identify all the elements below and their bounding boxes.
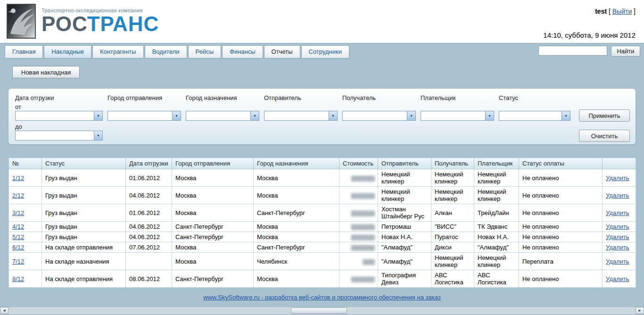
col-header-payer: Плательщик	[474, 158, 519, 169]
invoice-link[interactable]: 4/12	[12, 223, 24, 230]
tab-nakladnye[interactable]: Накладные	[44, 45, 91, 58]
user-line: test [ Выйти ]	[543, 8, 636, 15]
filter-receiver-select[interactable]: ▼	[342, 111, 416, 121]
invoice-link[interactable]: 2/12	[12, 192, 24, 199]
filter-date-to-select[interactable]: ▼	[15, 131, 103, 141]
horizontal-scrollbar[interactable]: ◄ ►	[0, 307, 644, 314]
filter-destination-select[interactable]: ▼	[186, 111, 259, 121]
delete-link[interactable]: Удалить	[606, 275, 629, 282]
cell-payer: ТрейдЛайн	[474, 204, 519, 222]
table-row: 7/12 На складе назначения Москва Челябин…	[9, 253, 636, 270]
cell-payment-status: Переплата	[519, 253, 603, 270]
cell-payer: Немецкий клинкер	[474, 253, 519, 270]
filter-status-select[interactable]: ▼	[499, 111, 570, 121]
col-header-ship-date: Дата отгрузки	[126, 158, 172, 169]
delete-link[interactable]: Удалить	[606, 209, 629, 216]
invoice-link[interactable]: 6/12	[12, 244, 24, 251]
table-header-row: № Статус Дата отгрузки Город отправления…	[9, 158, 636, 169]
cell-date: 07.06.2012	[126, 242, 172, 253]
invoice-link[interactable]: 8/12	[12, 275, 24, 282]
apply-filter-button[interactable]: Применить	[579, 109, 630, 122]
delete-link[interactable]: Удалить	[606, 258, 629, 265]
tab-reysy[interactable]: Рейсы	[188, 45, 221, 58]
col-header-cost: Стоимость	[339, 158, 378, 169]
table-row: 4/12 Груз выдан 04.06.2012 Санкт-Петербу…	[9, 222, 636, 232]
invoice-link[interactable]: 1/12	[12, 174, 24, 182]
cell-status: Груз выдан	[42, 222, 126, 232]
table-row: 5/12 Груз выдан 04.06.2012 Санкт-Петербу…	[9, 232, 636, 242]
clear-filter-button[interactable]: Очистить	[579, 130, 630, 142]
filter-destination-label: Город назначения	[186, 94, 259, 103]
tab-sotrudniki[interactable]: Сотрудники	[301, 45, 349, 58]
col-header-destination: Город назначения	[254, 158, 339, 169]
cell-payment-status: Не оплачено	[519, 242, 603, 253]
dropdown-arrow-icon: ▼	[485, 111, 494, 120]
footer: www.SkySoftware.ru - разработка веб-сайт…	[0, 294, 644, 301]
filter-col-sender: Отправитель ▼	[264, 94, 338, 144]
dropdown-arrow-icon: ▼	[94, 131, 102, 140]
cell-origin: Москва	[172, 187, 254, 204]
cell-origin: Москва	[172, 204, 254, 222]
cell-destination: Санкт-Петербург	[254, 242, 339, 253]
search-input[interactable]	[538, 46, 607, 56]
tab-finansy[interactable]: Финансы	[222, 45, 263, 58]
filter-origin-label: Город отправления	[107, 94, 181, 103]
invoice-link[interactable]: 5/12	[12, 233, 24, 240]
logout-link[interactable]: Выйти	[612, 8, 632, 15]
filter-sender-select[interactable]: ▼	[264, 111, 338, 121]
cell-destination: Челябинск	[254, 253, 339, 270]
col-header-number: №	[9, 158, 42, 169]
cell-date: 01.06.2012	[126, 204, 172, 222]
filter-payer-label: Плательщик	[421, 94, 494, 103]
delete-link[interactable]: Удалить	[606, 192, 629, 199]
skysoftware-link[interactable]: www.SkySoftware.ru - разработка веб-сайт…	[203, 294, 440, 301]
invoice-link[interactable]: 3/12	[12, 209, 24, 216]
col-header-sender: Отправитель	[378, 158, 431, 169]
cell-origin: Москва	[172, 242, 254, 253]
delete-link[interactable]: Удалить	[606, 223, 629, 230]
cell-payment-status: Не оплачено	[519, 169, 603, 187]
user-area: test [ Выйти ] 14:10, суббота, 9 июня 20…	[543, 4, 636, 43]
logo-text: Транспортно-экспедиционная компания РОСТ…	[41, 4, 159, 43]
cell-destination: Москва	[254, 270, 339, 288]
table-row: 3/12 Груз выдан 01.06.2012 Москва Санкт-…	[9, 204, 636, 222]
delete-link[interactable]: Удалить	[606, 174, 629, 182]
cell-payment-status: Не оплачено	[519, 232, 603, 242]
filter-date-from-select[interactable]: ▼	[15, 111, 103, 121]
filter-payer-select[interactable]: ▼	[421, 111, 494, 121]
new-invoice-button[interactable]: Новая накладная	[12, 66, 80, 78]
cell-payer: Немецкий клинкер	[474, 169, 519, 187]
delete-link[interactable]: Удалить	[606, 244, 629, 251]
tab-glavnaya[interactable]: Главная	[5, 45, 43, 58]
cell-sender: Новах Н.А.	[378, 232, 431, 242]
cell-payment-status: Не оплачено	[519, 204, 603, 222]
cell-cost: ▇▇▇▇▇▇	[339, 270, 378, 288]
cell-payment-status: Не оплачено	[519, 270, 603, 288]
cell-payer: АВС Логистика	[474, 270, 519, 288]
filter-col-date: Дата отгрузки от ▼ до ▼	[15, 94, 103, 144]
tabs: Главная Накладные Контрагенты Водители Р…	[5, 45, 349, 58]
cell-date: 08.06.2012	[126, 270, 172, 288]
filter-origin-select[interactable]: ▼	[107, 111, 181, 121]
cell-payer: "Алмафуд"	[474, 242, 519, 253]
cell-receiver: "ВИСС"	[431, 222, 474, 232]
cell-status: Груз выдан	[42, 204, 126, 222]
cell-sender: Немецкий клинкер	[378, 187, 431, 204]
delete-link[interactable]: Удалить	[606, 233, 629, 240]
filter-status-label: Статус	[499, 94, 570, 103]
scroll-left-icon[interactable]: ◄	[0, 307, 8, 314]
invoice-link[interactable]: 7/12	[12, 258, 24, 265]
tab-kontragenty[interactable]: Контрагенты	[92, 45, 144, 58]
col-header-origin: Город отправления	[172, 158, 254, 169]
cell-payment-status: Не оплачено	[519, 222, 603, 232]
scrollbar-track[interactable]	[8, 307, 636, 314]
table-row: 1/12 Груз выдан 01.06.2012 Москва Москва…	[9, 169, 636, 187]
tab-otchety[interactable]: Отчеты	[264, 45, 300, 58]
filter-col-receiver: Получатель ▼	[342, 94, 416, 144]
scroll-right-icon[interactable]: ►	[636, 307, 644, 314]
search-button[interactable]: Найти	[611, 46, 640, 57]
tab-voditeli[interactable]: Водители	[145, 45, 187, 58]
cell-origin: Санкт-Петербург	[172, 232, 254, 242]
scrollbar-thumb[interactable]	[291, 307, 347, 314]
cell-status: На складе отправления	[42, 242, 126, 253]
